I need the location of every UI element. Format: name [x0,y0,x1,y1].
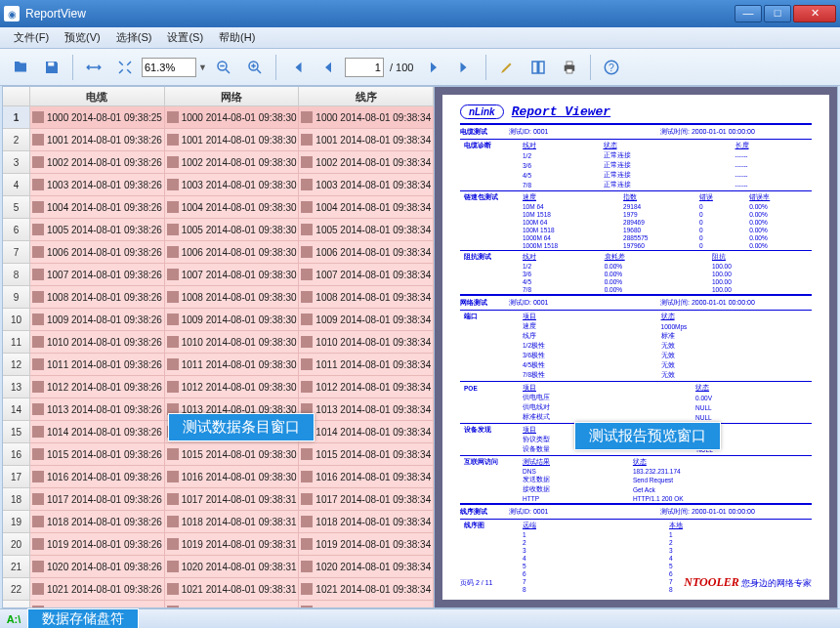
zoom-out-button[interactable] [209,53,238,82]
svg-rect-7 [567,68,572,73]
table-row[interactable]: 101009 2014-08-01 09:38:261009 2014-08-0… [3,309,434,331]
table-row[interactable]: 231022 2014-08-01 09:38:261022 2014-08-0… [3,601,434,607]
statusbar: A:\ 数据存储盘符 [0,608,840,628]
data-list-pane: 电缆 网络 线序 11000 2014-08-01 09:38:251000 2… [3,87,435,607]
next-page-button[interactable] [419,53,448,82]
menu-select[interactable]: 选择(S) [108,30,160,45]
table-resistance: 阻抗测试线对衰耗差阻抗1/20.00%100.003/60.00%100.004… [460,252,812,293]
prev-page-button[interactable] [314,53,343,82]
window-title: ReportView [25,7,86,21]
table-row[interactable]: 51004 2014-08-01 09:38:261004 2014-08-01… [3,196,434,219]
svg-text:?: ? [609,61,614,72]
svg-rect-4 [539,62,544,73]
page-indicator: 页码 2 / 11 [460,578,492,588]
app-icon: ◉ [4,6,20,21]
table-row[interactable]: 211020 2014-08-01 09:38:261020 2014-08-0… [3,556,434,578]
page-input[interactable] [345,58,384,77]
zoom-input[interactable] [142,58,196,77]
table-row[interactable]: 111010 2014-08-01 09:38:261010 2014-08-0… [3,331,434,354]
table-row[interactable]: 131012 2014-08-01 09:38:261012 2014-08-0… [3,376,434,398]
table-row[interactable]: 171016 2014-08-01 09:38:261016 2014-08-0… [3,466,434,488]
titlebar: ◉ ReportView — □ ✕ [0,0,840,27]
table-row[interactable]: 161015 2014-08-01 09:38:261015 2014-08-0… [3,443,434,466]
grid-header: 电缆 网络 线序 [3,87,434,106]
table-internet: 互联网访问测试结果状态DNS183.232.231.174发送数据Send Re… [460,457,812,502]
section-network: 网络测试 [460,298,509,308]
callout-data-list: 测试数据条目窗口 [168,413,315,441]
last-page-button[interactable] [450,53,480,82]
first-page-button[interactable] [282,53,312,82]
preview-pane[interactable]: nLink Report Viewer 电缆测试测试ID: 0001测试时间: … [435,87,837,607]
table-port: 端口项目状态速度1000Mps线序标准1/2极性无效3/6极性无效4/5极性无效… [460,312,812,380]
minimize-button[interactable]: — [735,5,762,22]
fit-width-button[interactable] [79,53,108,82]
ntooler-logo: NTOOLER [684,575,738,589]
table-row[interactable]: 121011 2014-08-01 09:38:261011 2014-08-0… [3,354,434,376]
menu-file[interactable]: 文件(F) [6,30,57,45]
toolbar: ▼ / 100 ? [0,49,840,86]
save-button[interactable] [37,53,66,82]
table-row[interactable]: 221021 2014-08-01 09:38:261021 2014-08-0… [3,578,434,601]
table-row[interactable]: 191018 2014-08-01 09:38:261018 2014-08-0… [3,511,434,533]
col-cable[interactable]: 电缆 [30,87,165,105]
print-button[interactable] [555,53,584,82]
table-diag: 电缆诊断线对状态长度1/2正常连接------3/6正常连接------4/5正… [460,141,812,189]
table-row[interactable]: 181017 2014-08-01 09:38:261017 2014-08-0… [3,488,434,511]
table-row[interactable]: 41003 2014-08-01 09:38:261003 2014-08-01… [3,174,434,196]
maximize-button[interactable]: □ [764,5,791,22]
svg-rect-6 [567,62,572,65]
help-button[interactable]: ? [597,53,626,82]
slogan: 您身边的网络专家 [741,578,812,588]
table-speed: 链速包测试速度指数错误错误率10M 642918400.00%10M 15181… [460,192,812,249]
section-cable: 电缆测试 [460,127,509,137]
drive-label: 数据存储盘符 [27,608,139,629]
nlink-logo: nLink [460,105,504,119]
layout-button[interactable] [524,53,553,82]
table-row[interactable]: 11000 2014-08-01 09:38:251000 2014-08-01… [3,106,434,129]
menubar: 文件(F) 预览(V) 选择(S) 设置(S) 帮助(H) [0,27,840,49]
page-total: / 100 [390,62,413,73]
table-poe: POE项目状态供电电压0.00V供电线对NULL标准模式NULL [460,383,812,422]
svg-rect-0 [48,62,54,65]
menu-preview[interactable]: 预览(V) [57,30,108,45]
report-preview: nLink Report Viewer 电缆测试测试ID: 0001测试时间: … [442,95,829,600]
table-row[interactable]: 81007 2014-08-01 09:38:261007 2014-08-01… [3,264,434,286]
table-row[interactable]: 71006 2014-08-01 09:38:261006 2014-08-01… [3,241,434,264]
menu-help[interactable]: 帮助(H) [211,30,263,45]
svg-rect-3 [532,62,537,73]
close-button[interactable]: ✕ [793,5,836,22]
table-row[interactable]: 91008 2014-08-01 09:38:261008 2014-08-01… [3,286,434,309]
dropdown-icon[interactable]: ▼ [198,63,207,72]
menu-settings[interactable]: 设置(S) [159,30,211,45]
fit-page-button[interactable] [110,53,140,82]
highlight-button[interactable] [492,53,522,82]
section-wiremap: 线序测试 [460,507,509,517]
zoom-in-button[interactable] [240,53,270,82]
table-row[interactable]: 61005 2014-08-01 09:38:261005 2014-08-01… [3,219,434,241]
drive-letter: A:\ [0,613,27,625]
col-wiremap[interactable]: 线序 [299,87,434,105]
table-row[interactable]: 21001 2014-08-01 09:38:261001 2014-08-01… [3,129,434,151]
grid-body[interactable]: 11000 2014-08-01 09:38:251000 2014-08-01… [3,106,434,607]
callout-preview: 测试报告预览窗口 [574,422,721,450]
viewer-title: Report Viewer [512,105,610,119]
table-row[interactable]: 31002 2014-08-01 09:38:261002 2014-08-01… [3,151,434,174]
open-button[interactable] [6,53,35,82]
table-row[interactable]: 201019 2014-08-01 09:38:261019 2014-08-0… [3,533,434,556]
col-network[interactable]: 网络 [165,87,300,105]
